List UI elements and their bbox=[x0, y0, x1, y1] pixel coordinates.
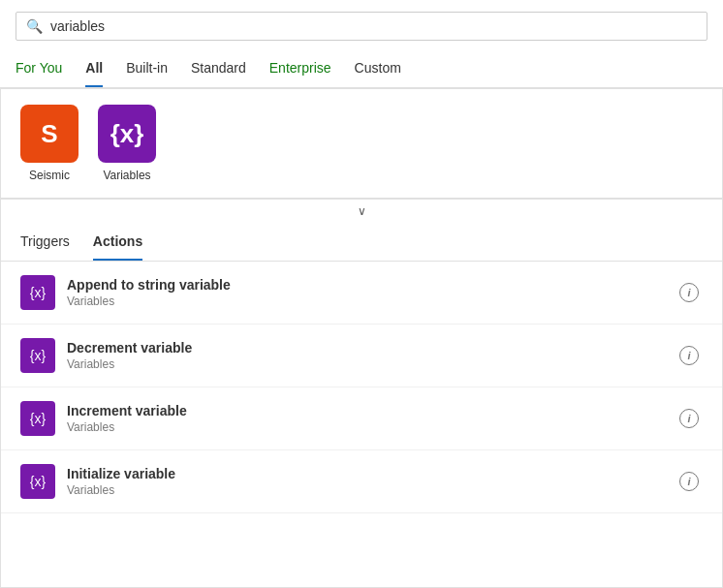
main-content: S Seismic {x} Variables ∨ Triggers bbox=[0, 88, 723, 588]
action-list: {x} Append to string variable Variables … bbox=[1, 262, 722, 587]
action-title-initialize: Initialize variable bbox=[67, 466, 679, 481]
action-item-increment[interactable]: {x} Increment variable Variables i bbox=[1, 387, 722, 450]
action-item-decrement[interactable]: {x} Decrement variable Variables i bbox=[1, 325, 722, 387]
tab-all[interactable]: All bbox=[85, 52, 103, 87]
chevron-down-icon: ∨ bbox=[358, 204, 366, 218]
info-icon-append[interactable]: i bbox=[679, 283, 699, 302]
seismic-label: Seismic bbox=[29, 169, 70, 182]
collapse-bar[interactable]: ∨ bbox=[0, 199, 723, 222]
tab-built-in[interactable]: Built-in bbox=[126, 52, 168, 87]
info-icon-increment[interactable]: i bbox=[679, 409, 699, 428]
search-input[interactable] bbox=[50, 18, 697, 34]
page-container: 🔍 For You All Built-in Standard Enterpri… bbox=[0, 0, 723, 588]
bottom-panel: Triggers Actions {x} Append to string va… bbox=[0, 222, 723, 588]
tab-enterprise[interactable]: Enterprise bbox=[269, 52, 331, 87]
sub-tabs: Triggers Actions bbox=[1, 222, 722, 262]
action-subtitle-decrement: Variables bbox=[67, 357, 679, 371]
action-subtitle-increment: Variables bbox=[67, 420, 679, 434]
action-icon-increment: {x} bbox=[20, 401, 55, 436]
action-subtitle-append: Variables bbox=[67, 294, 679, 308]
info-icon-decrement[interactable]: i bbox=[679, 346, 699, 365]
action-icon-decrement: {x} bbox=[20, 338, 55, 373]
tab-actions[interactable]: Actions bbox=[93, 233, 142, 261]
connectors-section: S Seismic {x} Variables bbox=[0, 88, 723, 199]
info-icon-initialize[interactable]: i bbox=[679, 472, 699, 491]
connector-variables[interactable]: {x} Variables bbox=[98, 105, 156, 182]
tab-triggers[interactable]: Triggers bbox=[20, 233, 70, 261]
action-title-decrement: Decrement variable bbox=[67, 340, 679, 356]
action-title-append: Append to string variable bbox=[67, 277, 679, 293]
search-icon: 🔍 bbox=[26, 18, 43, 34]
action-text-append: Append to string variable Variables bbox=[67, 277, 679, 308]
category-tabs: For You All Built-in Standard Enterprise… bbox=[0, 52, 723, 88]
tab-for-you[interactable]: For You bbox=[16, 52, 62, 87]
seismic-icon: S bbox=[20, 105, 79, 163]
action-title-increment: Increment variable bbox=[67, 403, 679, 418]
action-text-decrement: Decrement variable Variables bbox=[67, 340, 679, 371]
action-item-append-string[interactable]: {x} Append to string variable Variables … bbox=[1, 262, 722, 325]
action-icon-append: {x} bbox=[20, 275, 55, 310]
tab-standard[interactable]: Standard bbox=[191, 52, 246, 87]
search-bar: 🔍 bbox=[16, 12, 707, 41]
action-item-initialize[interactable]: {x} Initialize variable Variables i bbox=[1, 450, 722, 513]
variables-label: Variables bbox=[103, 169, 150, 182]
connector-seismic[interactable]: S Seismic bbox=[20, 105, 79, 182]
action-text-initialize: Initialize variable Variables bbox=[67, 466, 679, 497]
tab-custom[interactable]: Custom bbox=[355, 52, 401, 87]
action-icon-initialize: {x} bbox=[20, 464, 55, 499]
action-subtitle-initialize: Variables bbox=[67, 483, 679, 497]
action-text-increment: Increment variable Variables bbox=[67, 403, 679, 434]
variables-icon: {x} bbox=[98, 105, 156, 163]
